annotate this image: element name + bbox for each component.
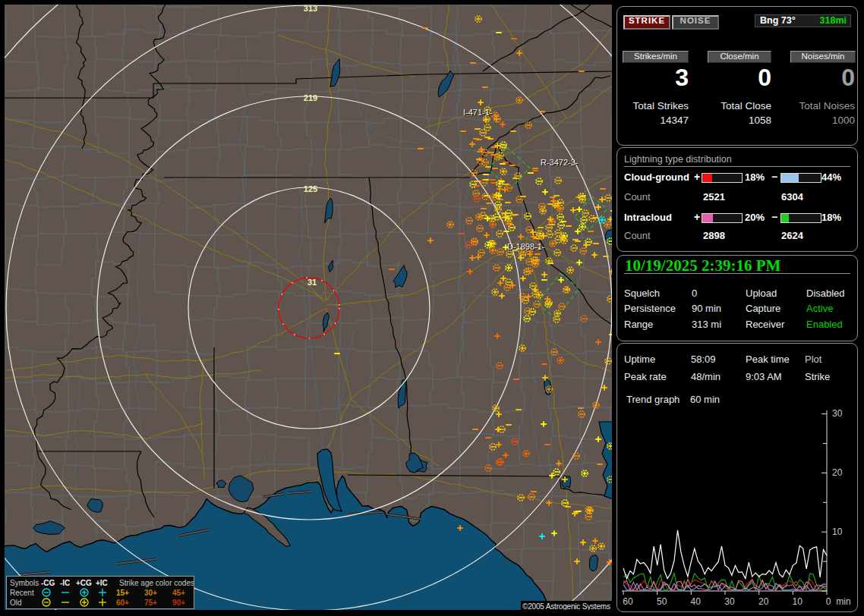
svg-text:0: 0 — [826, 596, 831, 607]
svg-text:+IC: +IC — [96, 579, 108, 587]
svg-text:min: min — [836, 596, 850, 607]
svg-text:Symbols: Symbols — [10, 579, 39, 587]
svg-text:Recent: Recent — [10, 589, 34, 597]
svg-text:90+: 90+ — [172, 599, 185, 607]
svg-text:60: 60 — [623, 596, 633, 607]
svg-text:Strike age color codes: Strike age color codes — [119, 579, 194, 587]
svg-text:31: 31 — [307, 278, 317, 287]
svg-text:40: 40 — [691, 596, 702, 607]
svg-text:20: 20 — [758, 596, 769, 607]
svg-text:-CG: -CG — [41, 579, 55, 587]
svg-text:50: 50 — [657, 596, 667, 607]
svg-text:R-3472-3-: R-3472-3- — [541, 158, 579, 167]
svg-text:+CG: +CG — [76, 579, 92, 587]
svg-text:I-471-1-: I-471-1- — [463, 108, 493, 117]
svg-text:45+: 45+ — [172, 589, 185, 597]
svg-text:60+: 60+ — [116, 599, 129, 607]
svg-text:125: 125 — [304, 184, 317, 193]
svg-text:313: 313 — [304, 5, 317, 13]
svg-text:15+: 15+ — [116, 589, 129, 597]
svg-text:Old: Old — [10, 599, 22, 607]
svg-text:30: 30 — [724, 596, 735, 607]
svg-text:20: 20 — [832, 467, 843, 478]
svg-text:10: 10 — [832, 526, 843, 537]
svg-text:30+: 30+ — [144, 589, 157, 597]
svg-text:©2005 Astrogenic Systems: ©2005 Astrogenic Systems — [522, 602, 610, 610]
svg-text:30: 30 — [832, 408, 843, 419]
svg-text:10: 10 — [793, 596, 803, 607]
svg-text:75+: 75+ — [144, 599, 157, 607]
svg-text:D-1898-1-: D-1898-1- — [507, 242, 545, 251]
svg-text:219: 219 — [304, 93, 317, 102]
svg-text:-IC: -IC — [60, 579, 70, 587]
